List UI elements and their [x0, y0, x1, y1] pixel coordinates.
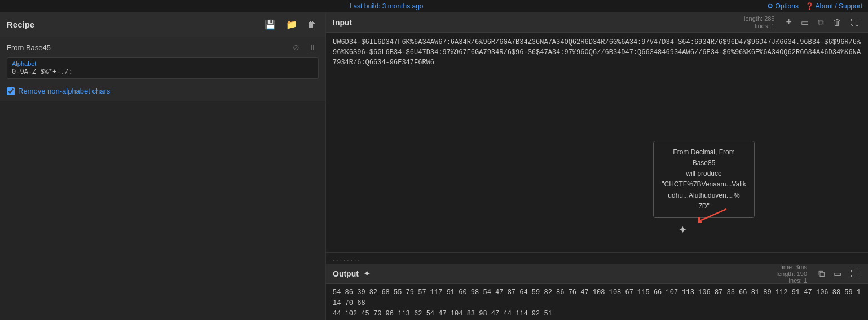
input-length-label: length: 285 [744, 15, 774, 22]
top-bar-right: ⚙ Options ❓ About / Support [767, 2, 862, 10]
output-stats: time: 3ms length: 190 lines: 1 [777, 264, 807, 284]
ingredient-controls: ⊘ ⏸ [290, 42, 319, 53]
expand-output-button[interactable]: ⛶ [848, 268, 861, 279]
input-section: Input length: 285 lines: 1 + ▭ ⧉ 🗑 ⛶ [326, 12, 868, 253]
ingredient-header: From Base45 ⊘ ⏸ [0, 37, 325, 57]
divider-dots: ........ [333, 254, 362, 264]
tooltip-line1: From Decimal, From Base85 [662, 147, 746, 168]
input-title: Input [333, 18, 352, 27]
last-build-label: Last build: 3 months ago [350, 2, 424, 10]
output-section: Output ✦ time: 3ms length: 190 lines: 1 … [326, 264, 868, 320]
recipe-header: Recipe 💾 📁 🗑 [0, 12, 325, 37]
clear-input-button[interactable]: 🗑 [831, 16, 844, 28]
magic-wand-icon[interactable]: ✦ [363, 268, 371, 279]
tooltip-line2: will produce [662, 168, 746, 179]
copy-output-button[interactable]: ⧉ [816, 268, 827, 280]
save-button[interactable]: 💾 [262, 18, 278, 31]
recipe-title: Recipe [7, 20, 34, 29]
output-icons: ⧉ ▭ ⛶ [816, 268, 861, 280]
left-panel: Recipe 💾 📁 🗑 From Base45 ⊘ ⏸ Alphabet 0-… [0, 12, 326, 320]
input-icons: + ▭ ⧉ 🗑 ⛶ [783, 15, 861, 29]
save-output-button[interactable]: ▭ [831, 268, 844, 280]
main-layout: Recipe 💾 📁 🗑 From Base45 ⊘ ⏸ Alphabet 0-… [0, 12, 868, 320]
gear-icon: ⚙ [767, 2, 773, 10]
top-bar: Last build: 3 months ago ⚙ Options ❓ Abo… [0, 0, 868, 12]
input-lines-label: lines: 1 [755, 23, 775, 29]
delete-button[interactable]: 🗑 [305, 19, 319, 31]
right-panel: Input length: 285 lines: 1 + ▭ ⧉ 🗑 ⛶ [326, 12, 868, 320]
tooltip-line5: 7D" [662, 201, 746, 212]
paste-button[interactable]: ⧉ [816, 16, 826, 29]
expand-input-button[interactable]: ⛶ [848, 16, 861, 28]
output-length-label: length: 190 [777, 270, 807, 277]
output-line1: 54 86 39 82 68 55 79 57 117 91 60 98 54 … [333, 287, 861, 309]
alphabet-value: 0-9A-Z $%*+-./: [12, 68, 314, 76]
output-line2: 44 102 45 70 96 113 62 54 47 104 83 98 4… [333, 309, 861, 319]
alphabet-label: Alphabet [12, 60, 314, 67]
tooltip-line4: udhu...Aluthuduven....% [662, 190, 746, 201]
open-button[interactable]: 📁 [284, 18, 299, 31]
output-header: Output ✦ time: 3ms length: 190 lines: 1 … [326, 264, 868, 284]
alphabet-box: Alphabet 0-9A-Z $%*+-./: [7, 57, 319, 79]
input-text: UW6D34-$6IL6D347F6K%6A34AW67:6A34R/6%96R… [333, 38, 861, 66]
ingredient-name: From Base45 [7, 43, 51, 52]
tooltip-line3: "CHCTF%7BVenaam...Valik [662, 179, 746, 190]
pause-ingredient-button[interactable]: ⏸ [306, 42, 319, 53]
input-content[interactable]: UW6D34-$6IL6D347F6K%6A34AW67:6A34R/6%96R… [326, 33, 868, 252]
output-content: 54 86 39 82 68 55 79 57 117 91 60 98 54 … [326, 284, 868, 320]
output-title-area: Output ✦ [333, 268, 371, 279]
output-title: Output [333, 269, 359, 278]
remove-nonalpha-checkbox[interactable] [7, 87, 15, 95]
tooltip-popup: From Decimal, From Base85 will produce "… [653, 141, 755, 218]
add-input-button[interactable]: + [783, 15, 794, 29]
options-link[interactable]: ⚙ Options [767, 2, 799, 10]
output-lines-label: lines: 1 [787, 277, 807, 284]
about-link[interactable]: ❓ About / Support [805, 2, 862, 10]
open-file-button[interactable]: ▭ [799, 16, 811, 29]
disable-ingredient-button[interactable]: ⊘ [290, 42, 302, 53]
divider-section: ........ [326, 253, 868, 264]
ingredient-block: From Base45 ⊘ ⏸ Alphabet 0-9A-Z $%*+-./:… [0, 37, 325, 101]
output-time-label: time: 3ms [780, 264, 807, 270]
input-stats: length: 285 lines: 1 [744, 15, 774, 29]
input-header: Input length: 285 lines: 1 + ▭ ⧉ 🗑 ⛶ [326, 12, 868, 33]
remove-nonalpha-label[interactable]: Remove non-alphabet chars [18, 87, 110, 95]
help-icon: ❓ [805, 2, 814, 10]
recipe-icons: 💾 📁 🗑 [262, 18, 319, 31]
checkbox-row: Remove non-alphabet chars [0, 83, 325, 101]
